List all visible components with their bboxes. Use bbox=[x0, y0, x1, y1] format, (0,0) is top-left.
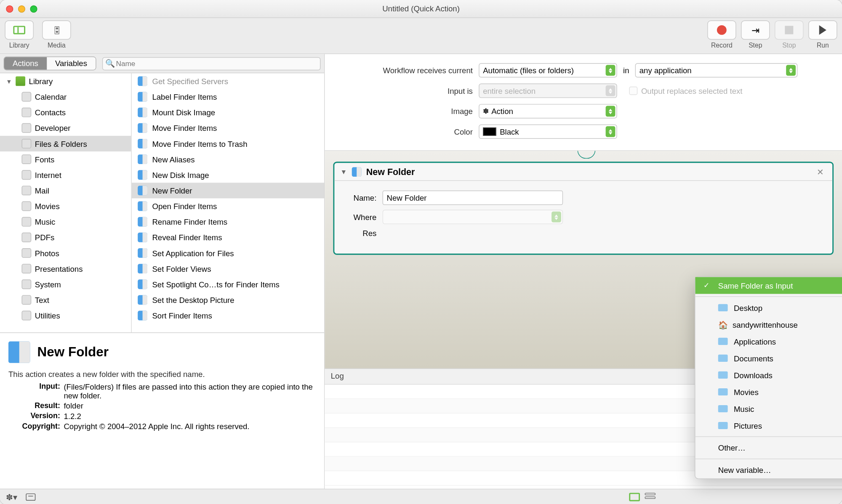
list-item[interactable]: Set Spotlight Co…ts for Finder Items bbox=[132, 276, 324, 292]
sidebar-item[interactable]: System bbox=[0, 276, 131, 292]
category-icon bbox=[21, 170, 31, 180]
finder-icon bbox=[138, 170, 147, 180]
finder-icon bbox=[138, 264, 147, 273]
tab-actions[interactable]: Actions bbox=[4, 57, 47, 70]
gear-icon[interactable]: ✽▾ bbox=[6, 492, 17, 501]
sidebar-item[interactable]: Presentations bbox=[0, 261, 131, 276]
list-item[interactable]: Label Finder Items bbox=[132, 89, 324, 104]
list-item[interactable]: New Folder bbox=[132, 183, 324, 198]
list-item[interactable]: Sort Finder Items bbox=[132, 308, 324, 323]
category-icon bbox=[21, 279, 31, 289]
disclosure-triangle-icon[interactable]: ▼ bbox=[341, 168, 347, 175]
list-item[interactable]: Set the Desktop Picture bbox=[132, 292, 324, 308]
sidebar-item[interactable]: Photos bbox=[0, 245, 131, 261]
sidebar-item-label: Music bbox=[35, 217, 56, 226]
media-button[interactable]: 🎛 bbox=[42, 21, 71, 40]
list-item[interactable]: Move Finder Items to Trash bbox=[132, 136, 324, 151]
sidebar-item-label: Photos bbox=[35, 249, 59, 257]
image-value: Action bbox=[491, 107, 513, 116]
menu-item[interactable]: Pictures bbox=[695, 417, 842, 434]
action-list[interactable]: Get Specified ServersLabel Finder ItemsM… bbox=[132, 73, 324, 332]
library-tabs: Actions Variables 🔍 bbox=[0, 54, 324, 74]
view-stack-icon[interactable] bbox=[645, 493, 655, 501]
new-folder-action-card[interactable]: ▼ New Folder ✕ Name: Where bbox=[333, 162, 834, 255]
sidebar-item-label: Files & Folders bbox=[35, 139, 87, 148]
list-item[interactable]: Set Application for Files bbox=[132, 245, 324, 261]
sidebar-item[interactable]: Text bbox=[0, 292, 131, 308]
library-root[interactable]: ▼ Library bbox=[0, 73, 131, 89]
sidebar-item[interactable]: Utilities bbox=[0, 308, 131, 323]
library-tree[interactable]: ▼ Library CalendarContactsDeveloperFiles… bbox=[0, 73, 132, 332]
menu-item[interactable]: 🏠sandywrittenhouse bbox=[695, 316, 842, 333]
menu-item-same-folder[interactable]: ✓ Same Folder as Input bbox=[695, 277, 842, 294]
step-button[interactable]: ⇥ bbox=[741, 21, 770, 40]
color-select[interactable]: Black bbox=[479, 125, 617, 139]
sidebar-item[interactable]: Calendar bbox=[0, 89, 131, 104]
menu-item[interactable]: Downloads bbox=[695, 366, 842, 383]
stop-label: Stop bbox=[782, 42, 796, 49]
application-select[interactable]: any application bbox=[635, 63, 798, 77]
image-label: Image bbox=[334, 107, 479, 116]
sidebar-item[interactable]: Internet bbox=[0, 167, 131, 183]
search-input[interactable] bbox=[102, 57, 321, 70]
sidebar-item[interactable]: Music bbox=[0, 214, 131, 230]
color-value: Black bbox=[500, 127, 519, 136]
finder-icon bbox=[138, 123, 147, 133]
log-column-header[interactable]: Log bbox=[325, 369, 758, 384]
gear-icon: ✽ bbox=[483, 107, 489, 115]
list-item[interactable]: Set Folder Views bbox=[132, 261, 324, 276]
folder-icon bbox=[718, 338, 728, 345]
view-list-icon[interactable] bbox=[629, 493, 640, 501]
run-button[interactable] bbox=[808, 21, 837, 40]
record-label: Record bbox=[711, 42, 733, 49]
stop-button[interactable] bbox=[775, 21, 804, 40]
info-input-label: Input: bbox=[8, 382, 64, 401]
sidebar-item[interactable]: Movies bbox=[0, 198, 131, 214]
list-item[interactable]: Mount Disk Image bbox=[132, 105, 324, 120]
image-select[interactable]: ✽Action bbox=[479, 104, 617, 118]
library-toggle-button[interactable] bbox=[5, 21, 34, 40]
list-item-label: Move Finder Items bbox=[152, 124, 217, 133]
folder-name-input[interactable] bbox=[383, 191, 563, 205]
where-popup-menu[interactable]: ✓ Same Folder as Input Desktop🏠sandywrit… bbox=[695, 276, 842, 479]
menu-item[interactable]: Music bbox=[695, 400, 842, 417]
list-item[interactable]: Get Specified Servers bbox=[132, 73, 324, 89]
sidebar-item[interactable]: Mail bbox=[0, 183, 131, 198]
close-icon[interactable]: ✕ bbox=[814, 167, 826, 176]
record-button[interactable] bbox=[707, 21, 736, 40]
category-icon bbox=[21, 139, 31, 149]
info-input-text: (Files/Folders) If files are passed into… bbox=[64, 382, 316, 401]
category-icon bbox=[21, 186, 31, 195]
menu-item[interactable]: Desktop bbox=[695, 299, 842, 316]
menu-item[interactable]: Movies bbox=[695, 383, 842, 400]
list-item[interactable]: Move Finder Items bbox=[132, 120, 324, 136]
list-item-label: Open Finder Items bbox=[152, 202, 217, 210]
sidebar-item[interactable]: Contacts bbox=[0, 105, 131, 120]
card-title: New Folder bbox=[366, 167, 415, 177]
in-label: in bbox=[623, 66, 629, 74]
sidebar-item[interactable]: Developer bbox=[0, 120, 131, 136]
finder-icon bbox=[352, 167, 362, 176]
list-item[interactable]: New Aliases bbox=[132, 151, 324, 167]
list-item[interactable]: Reveal Finder Items bbox=[132, 230, 324, 245]
sidebar-item[interactable]: Files & Folders bbox=[0, 136, 131, 151]
menu-item-other[interactable]: Other… bbox=[695, 439, 842, 456]
sidebar-item[interactable]: PDFs bbox=[0, 230, 131, 245]
menu-item-new-variable[interactable]: New variable… bbox=[695, 462, 842, 478]
finder-icon bbox=[138, 202, 147, 211]
list-item[interactable]: Rename Finder Items bbox=[132, 214, 324, 230]
list-item[interactable]: New Disk Image bbox=[132, 167, 324, 183]
list-item[interactable]: Open Finder Items bbox=[132, 198, 324, 214]
receives-select[interactable]: Automatic (files or folders) bbox=[479, 63, 617, 77]
variables-drawer-icon[interactable] bbox=[26, 493, 35, 500]
menu-item[interactable]: Applications bbox=[695, 333, 842, 350]
menu-item[interactable]: Documents bbox=[695, 350, 842, 366]
disclosure-triangle-icon[interactable]: ▼ bbox=[6, 78, 12, 85]
tab-variables[interactable]: Variables bbox=[47, 57, 96, 70]
sidebar-item-label: Developer bbox=[35, 124, 71, 133]
where-select[interactable] bbox=[383, 210, 563, 224]
checkmark-icon: ✓ bbox=[703, 281, 712, 290]
sidebar-item[interactable]: Fonts bbox=[0, 151, 131, 167]
folder-icon bbox=[718, 405, 728, 412]
stepper-icon bbox=[786, 65, 796, 76]
